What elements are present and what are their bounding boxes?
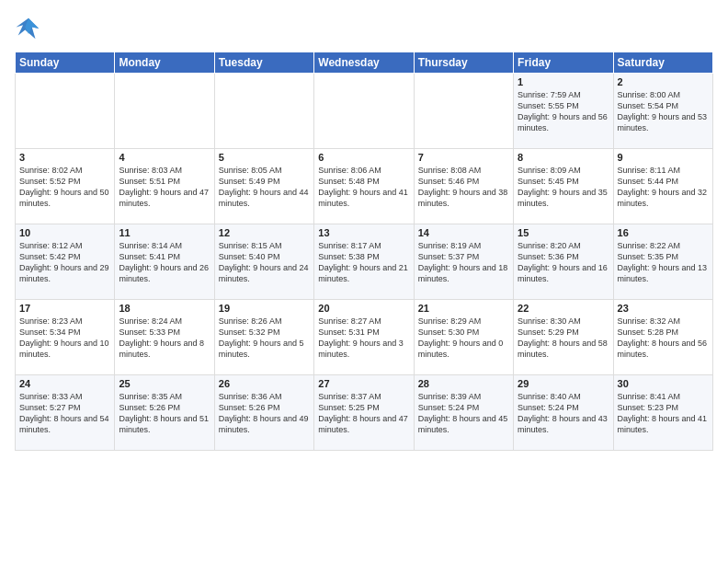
day-number: 25 [119,378,210,389]
day-number: 5 [219,152,310,163]
calendar-cell: 19Sunrise: 8:26 AMSunset: 5:32 PMDayligh… [214,300,313,375]
calendar-cell: 28Sunrise: 8:39 AMSunset: 5:24 PMDayligh… [414,375,513,451]
week-row-4: 17Sunrise: 8:23 AMSunset: 5:34 PMDayligh… [16,300,713,375]
day-number: 24 [19,378,110,389]
day-number: 7 [418,152,509,163]
day-number: 23 [618,303,709,314]
calendar-cell: 29Sunrise: 8:40 AMSunset: 5:24 PMDayligh… [514,375,613,451]
weekday-saturday: Saturday [613,52,712,74]
day-info: Sunrise: 8:20 AMSunset: 5:36 PMDaylight:… [518,241,608,283]
calendar-cell [414,74,513,149]
day-info: Sunrise: 8:03 AMSunset: 5:51 PMDaylight:… [119,166,209,208]
calendar-cell: 20Sunrise: 8:27 AMSunset: 5:31 PMDayligh… [314,300,414,375]
day-number: 15 [518,227,609,238]
logo-icon [15,15,42,42]
day-number: 14 [418,227,509,238]
day-number: 19 [219,303,310,314]
day-info: Sunrise: 8:30 AMSunset: 5:29 PMDaylight:… [518,316,608,359]
day-number: 9 [618,152,709,163]
day-number: 17 [19,303,110,314]
day-info: Sunrise: 7:59 AMSunset: 5:55 PMDaylight:… [518,90,608,132]
day-number: 1 [518,76,609,87]
day-info: Sunrise: 8:12 AMSunset: 5:42 PMDaylight:… [19,241,109,283]
day-info: Sunrise: 8:15 AMSunset: 5:40 PMDaylight:… [219,241,309,283]
calendar-cell: 17Sunrise: 8:23 AMSunset: 5:34 PMDayligh… [16,300,115,375]
day-info: Sunrise: 8:17 AMSunset: 5:38 PMDaylight:… [318,241,408,283]
calendar-cell: 16Sunrise: 8:22 AMSunset: 5:35 PMDayligh… [613,224,712,300]
calendar-cell: 14Sunrise: 8:19 AMSunset: 5:37 PMDayligh… [414,224,513,300]
calendar-cell: 23Sunrise: 8:32 AMSunset: 5:28 PMDayligh… [613,300,712,375]
calendar-cell: 2Sunrise: 8:00 AMSunset: 5:54 PMDaylight… [613,74,712,149]
day-number: 11 [119,227,210,238]
logo [15,15,46,42]
day-info: Sunrise: 8:05 AMSunset: 5:49 PMDaylight:… [219,166,309,208]
week-row-3: 10Sunrise: 8:12 AMSunset: 5:42 PMDayligh… [16,224,713,300]
day-number: 29 [518,378,609,389]
day-number: 2 [618,76,709,87]
calendar-cell: 15Sunrise: 8:20 AMSunset: 5:36 PMDayligh… [514,224,613,300]
day-info: Sunrise: 8:14 AMSunset: 5:41 PMDaylight:… [119,241,209,283]
page: SundayMondayTuesdayWednesdayThursdayFrid… [0,0,728,563]
day-number: 26 [219,378,310,389]
calendar-cell: 1Sunrise: 7:59 AMSunset: 5:55 PMDaylight… [514,74,613,149]
calendar-cell: 27Sunrise: 8:37 AMSunset: 5:25 PMDayligh… [314,375,414,451]
day-number: 10 [19,227,110,238]
calendar-cell: 8Sunrise: 8:09 AMSunset: 5:45 PMDaylight… [514,149,613,224]
day-number: 3 [19,152,110,163]
weekday-sunday: Sunday [16,52,115,74]
day-number: 4 [119,152,210,163]
calendar-cell: 22Sunrise: 8:30 AMSunset: 5:29 PMDayligh… [514,300,613,375]
calendar-cell: 4Sunrise: 8:03 AMSunset: 5:51 PMDaylight… [115,149,214,224]
day-info: Sunrise: 8:08 AMSunset: 5:46 PMDaylight:… [418,166,508,208]
weekday-monday: Monday [115,52,214,74]
day-number: 28 [418,378,509,389]
day-info: Sunrise: 8:23 AMSunset: 5:34 PMDaylight:… [19,316,109,359]
day-number: 8 [518,152,609,163]
calendar-cell: 13Sunrise: 8:17 AMSunset: 5:38 PMDayligh… [314,224,414,300]
day-info: Sunrise: 8:35 AMSunset: 5:26 PMDaylight:… [119,392,209,434]
calendar-cell: 24Sunrise: 8:33 AMSunset: 5:27 PMDayligh… [16,375,115,451]
day-info: Sunrise: 8:29 AMSunset: 5:30 PMDaylight:… [418,316,504,359]
weekday-friday: Friday [514,52,613,74]
weekday-thursday: Thursday [414,52,513,74]
calendar-cell: 5Sunrise: 8:05 AMSunset: 5:49 PMDaylight… [214,149,313,224]
weekday-tuesday: Tuesday [214,52,313,74]
day-info: Sunrise: 8:09 AMSunset: 5:45 PMDaylight:… [518,166,608,208]
calendar-cell: 10Sunrise: 8:12 AMSunset: 5:42 PMDayligh… [16,224,115,300]
calendar-cell: 21Sunrise: 8:29 AMSunset: 5:30 PMDayligh… [414,300,513,375]
weekday-header-row: SundayMondayTuesdayWednesdayThursdayFrid… [16,52,713,74]
day-info: Sunrise: 8:11 AMSunset: 5:44 PMDaylight:… [618,166,708,208]
day-number: 18 [119,303,210,314]
day-number: 30 [618,378,709,389]
day-info: Sunrise: 8:41 AMSunset: 5:23 PMDaylight:… [618,392,708,434]
calendar-cell: 30Sunrise: 8:41 AMSunset: 5:23 PMDayligh… [613,375,712,451]
day-info: Sunrise: 8:32 AMSunset: 5:28 PMDaylight:… [618,316,708,359]
calendar-cell: 11Sunrise: 8:14 AMSunset: 5:41 PMDayligh… [115,224,214,300]
calendar-cell: 3Sunrise: 8:02 AMSunset: 5:52 PMDaylight… [16,149,115,224]
day-info: Sunrise: 8:27 AMSunset: 5:31 PMDaylight:… [318,316,404,359]
calendar: SundayMondayTuesdayWednesdayThursdayFrid… [15,52,713,451]
calendar-cell: 18Sunrise: 8:24 AMSunset: 5:33 PMDayligh… [115,300,214,375]
calendar-cell: 25Sunrise: 8:35 AMSunset: 5:26 PMDayligh… [115,375,214,451]
day-info: Sunrise: 8:02 AMSunset: 5:52 PMDaylight:… [19,166,109,208]
calendar-cell [314,74,414,149]
day-number: 13 [318,227,409,238]
day-info: Sunrise: 8:40 AMSunset: 5:24 PMDaylight:… [518,392,608,434]
day-info: Sunrise: 8:22 AMSunset: 5:35 PMDaylight:… [618,241,708,283]
calendar-cell [214,74,313,149]
day-info: Sunrise: 8:24 AMSunset: 5:33 PMDaylight:… [119,316,204,359]
day-number: 20 [318,303,409,314]
calendar-cell: 9Sunrise: 8:11 AMSunset: 5:44 PMDaylight… [613,149,712,224]
day-info: Sunrise: 8:00 AMSunset: 5:54 PMDaylight:… [618,90,708,132]
day-number: 16 [618,227,709,238]
day-info: Sunrise: 8:26 AMSunset: 5:32 PMDaylight:… [219,316,304,359]
day-info: Sunrise: 8:39 AMSunset: 5:24 PMDaylight:… [418,392,508,434]
day-number: 27 [318,378,409,389]
weekday-wednesday: Wednesday [314,52,414,74]
day-number: 21 [418,303,509,314]
header [15,15,713,42]
calendar-cell: 7Sunrise: 8:08 AMSunset: 5:46 PMDaylight… [414,149,513,224]
day-number: 12 [219,227,310,238]
day-info: Sunrise: 8:19 AMSunset: 5:37 PMDaylight:… [418,241,508,283]
day-number: 6 [318,152,409,163]
